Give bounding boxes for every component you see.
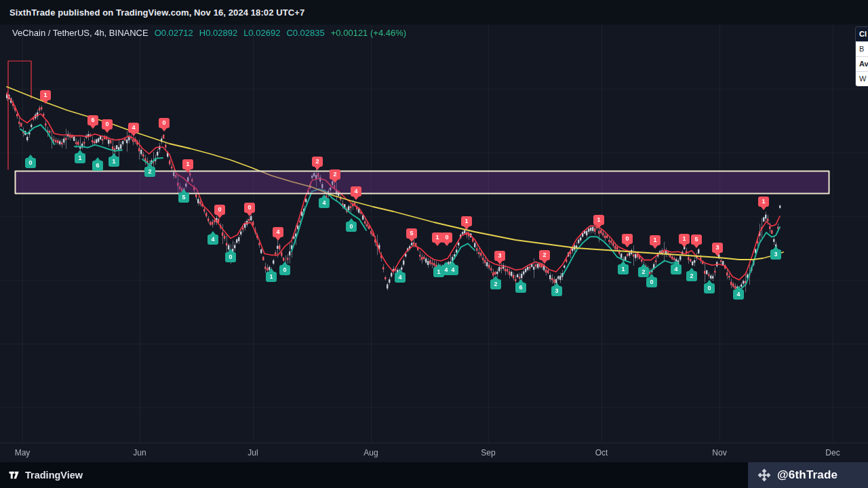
ohlc-high: H0.02892: [199, 28, 237, 38]
price-change: +0.00121 (+4.46%): [331, 28, 406, 38]
binance-diamond-icon: [757, 468, 771, 482]
sell-signal-marker[interactable]: 0: [214, 205, 225, 215]
legend-row-close[interactable]: Cl: [856, 27, 868, 41]
sell-signal-marker[interactable]: 1: [758, 197, 769, 207]
buy-signal-marker[interactable]: 4: [319, 198, 330, 208]
sell-signal-marker[interactable]: 3: [494, 251, 505, 261]
sell-signal-marker[interactable]: 3: [712, 243, 723, 253]
buy-signal-marker[interactable]: 2: [144, 167, 155, 177]
author-handle-badge[interactable]: @6thTrade: [748, 462, 868, 488]
buy-signal-marker[interactable]: 6: [515, 283, 526, 293]
sell-signal-marker[interactable]: 0: [622, 234, 633, 244]
sell-signal-marker[interactable]: 1: [40, 90, 51, 100]
buy-signal-marker[interactable]: 4: [448, 265, 458, 275]
sell-signal-marker[interactable]: 0: [441, 232, 452, 243]
ohlc-low: L0.02692: [243, 28, 280, 38]
buy-signal-marker[interactable]: 1: [618, 264, 629, 274]
buy-signal-marker[interactable]: 5: [178, 192, 189, 203]
sell-signal-marker[interactable]: 0: [244, 203, 255, 213]
buy-signal-marker[interactable]: 2: [638, 267, 649, 277]
sell-signal-marker[interactable]: 1: [593, 215, 604, 225]
sell-signal-marker[interactable]: 4: [128, 123, 139, 133]
sell-signal-marker[interactable]: 2: [539, 250, 550, 260]
sell-signal-marker[interactable]: 5: [406, 228, 417, 239]
sell-signal-marker[interactable]: 1: [650, 235, 660, 245]
ohlc-open: O0.02712: [155, 28, 193, 38]
tradingview-brand-text: TradingView: [25, 470, 83, 481]
legend-row-w[interactable]: W: [856, 71, 868, 86]
buy-signal-marker[interactable]: 0: [25, 158, 36, 168]
publish-info-bar: SixthTrade published on TradingView.com,…: [0, 0, 868, 25]
buy-signal-marker[interactable]: 1: [108, 157, 119, 167]
legend-row-avg[interactable]: Av: [856, 56, 868, 71]
buy-signal-marker[interactable]: 1: [266, 272, 277, 282]
sell-signal-marker[interactable]: 2: [330, 169, 340, 180]
publish-info-text: SixthTrade published on TradingView.com,…: [9, 7, 304, 18]
symbol-title[interactable]: VeChain / TetherUS, 4h, BINANCE: [12, 28, 149, 38]
legend-row-b[interactable]: B: [856, 41, 868, 56]
sell-signal-marker[interactable]: 4: [351, 186, 361, 197]
signal-marker-layer: 1604010042245101321011531016125401040414…: [0, 0, 868, 488]
buy-signal-marker[interactable]: 6: [92, 161, 103, 171]
buy-signal-marker[interactable]: 1: [75, 153, 85, 163]
ohlc-close: C0.02835: [286, 28, 324, 38]
sell-signal-marker[interactable]: 1: [461, 216, 472, 226]
sell-signal-marker[interactable]: 0: [102, 119, 113, 129]
buy-signal-marker[interactable]: 4: [395, 272, 406, 283]
buy-signal-marker[interactable]: 2: [686, 271, 697, 281]
buy-signal-marker[interactable]: 4: [671, 264, 682, 274]
sell-signal-marker[interactable]: 4: [273, 227, 283, 237]
buy-signal-marker[interactable]: 4: [208, 235, 218, 245]
sell-signal-marker[interactable]: 2: [312, 157, 323, 167]
legend-panel: Cl B Av W: [856, 27, 868, 86]
tradingview-logo-link[interactable]: TradingView: [8, 469, 83, 481]
buy-signal-marker[interactable]: 4: [733, 289, 744, 300]
buy-signal-marker[interactable]: 0: [225, 252, 236, 262]
buy-signal-marker[interactable]: 0: [704, 283, 715, 293]
sell-signal-marker[interactable]: 6: [87, 115, 98, 125]
author-handle-text: @6thTrade: [777, 468, 837, 482]
symbol-info-row: VeChain / TetherUS, 4h, BINANCE O0.02712…: [12, 28, 406, 38]
footer-bar: TradingView @6thTrade: [0, 462, 868, 488]
buy-signal-marker[interactable]: 3: [551, 286, 562, 296]
tradingview-logo-icon: [8, 469, 20, 481]
buy-signal-marker[interactable]: 3: [770, 249, 781, 260]
buy-signal-marker[interactable]: 2: [490, 279, 501, 289]
sell-signal-marker[interactable]: 1: [679, 234, 690, 244]
buy-signal-marker[interactable]: 0: [646, 277, 657, 287]
buy-signal-marker[interactable]: 0: [346, 222, 357, 232]
buy-signal-marker[interactable]: 0: [279, 265, 290, 275]
sell-signal-marker[interactable]: 5: [691, 235, 702, 245]
sell-signal-marker[interactable]: 1: [182, 159, 193, 169]
sell-signal-marker[interactable]: 0: [159, 118, 170, 128]
tradingview-snapshot: SixthTrade published on TradingView.com,…: [0, 0, 868, 488]
